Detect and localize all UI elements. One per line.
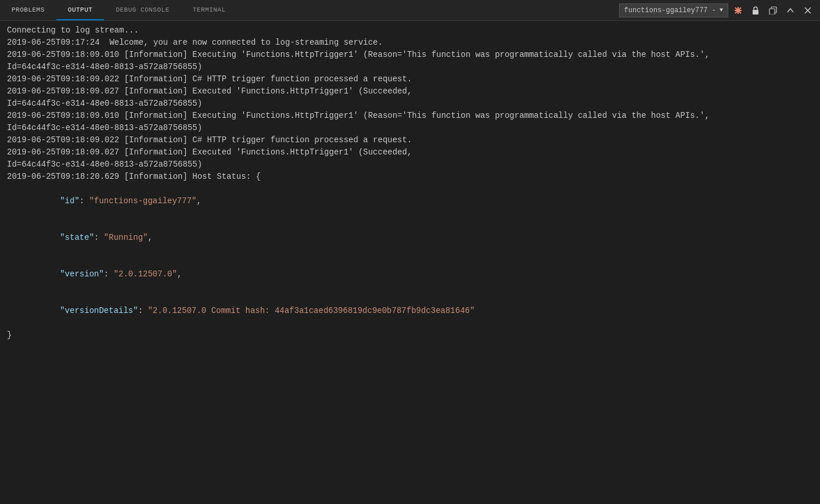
log-line-9: 2019-06-25T09:18:09.027 [Information] Ex… xyxy=(7,146,813,159)
json-close-brace: } xyxy=(7,329,813,341)
log-line-3: 2019-06-25T09:18:09.022 [Information] C#… xyxy=(7,73,813,85)
json-state-key: "state" xyxy=(60,233,94,242)
toolbar-right: functions-ggailey777 - ▼ xyxy=(619,3,820,18)
close-panel-button[interactable] xyxy=(800,3,815,18)
panel: PROBLEMS OUTPUT DEBUG CONSOLE TERMINAL f… xyxy=(0,0,820,504)
json-state-line: "state": "Running", xyxy=(21,219,813,256)
copy-icon xyxy=(769,6,777,15)
close-icon xyxy=(804,7,811,14)
chevron-up-icon xyxy=(786,6,794,15)
clear-output-button[interactable] xyxy=(731,3,746,18)
svg-rect-6 xyxy=(769,9,775,15)
log-line-10: Id=64c44f3c-e314-48e0-8813-a572a8756855) xyxy=(7,159,813,171)
json-versiondetails-value: "2.0.12507.0 Commit hash: 44af3a1caed639… xyxy=(148,306,474,315)
log-line-7: Id=64c44f3c-e314-48e0-8813-a572a8756855) xyxy=(7,122,813,134)
svg-rect-4 xyxy=(753,10,758,15)
json-version-line: "version": "2.0.12507.0", xyxy=(21,256,813,293)
json-id-line: "id": "functions-ggailey777", xyxy=(21,183,813,219)
collapse-panel-button[interactable] xyxy=(783,3,798,18)
log-welcome: 2019-06-25T09:17:24 Welcome, you are now… xyxy=(7,37,813,49)
log-line-11: 2019-06-25T09:18:20.629 [Information] Ho… xyxy=(7,171,813,183)
copy-output-button[interactable] xyxy=(765,3,781,18)
tab-bar: PROBLEMS OUTPUT DEBUG CONSOLE TERMINAL f… xyxy=(0,0,820,21)
lock-icon xyxy=(751,6,760,15)
json-versiondetails-line: "versionDetails": "2.0.12507.0 Commit ha… xyxy=(21,293,813,329)
json-block: "id": "functions-ggailey777", "state": "… xyxy=(7,183,813,329)
tab-output[interactable]: OUTPUT xyxy=(56,0,105,20)
json-version-value: "2.0.12507.0" xyxy=(114,269,177,279)
log-connecting: Connecting to log stream... xyxy=(7,24,813,37)
tab-debug-console[interactable]: DEBUG CONSOLE xyxy=(104,0,181,20)
clear-icon xyxy=(733,6,743,15)
log-line-5: Id=64c44f3c-e314-48e0-8813-a572a8756855) xyxy=(7,98,813,110)
log-line-8: 2019-06-25T09:18:09.022 [Information] C#… xyxy=(7,134,813,146)
log-line-2: Id=64c44f3c-e314-48e0-8813-a572a8756855) xyxy=(7,61,813,73)
json-state-value: "Running" xyxy=(104,233,148,242)
log-line-1: 2019-06-25T09:18:09.010 [Information] Ex… xyxy=(7,49,813,61)
tab-terminal[interactable]: TERMINAL xyxy=(181,0,238,20)
tab-problems[interactable]: PROBLEMS xyxy=(0,0,56,20)
log-line-4: 2019-06-25T09:18:09.027 [Information] Ex… xyxy=(7,85,813,98)
dropdown-arrow-icon: ▼ xyxy=(720,7,723,13)
json-version-key: "version" xyxy=(60,269,104,279)
output-source-dropdown[interactable]: functions-ggailey777 - ▼ xyxy=(619,3,728,17)
log-line-6: 2019-06-25T09:18:09.010 [Information] Ex… xyxy=(7,110,813,122)
output-area[interactable]: Connecting to log stream... 2019-06-25T0… xyxy=(0,21,820,504)
lock-output-button[interactable] xyxy=(748,3,763,18)
json-id-value: "functions-ggailey777" xyxy=(89,196,197,206)
json-versiondetails-key: "versionDetails" xyxy=(60,306,138,315)
json-id-key: "id" xyxy=(60,196,80,206)
dropdown-label: functions-ggailey777 - xyxy=(624,6,716,15)
